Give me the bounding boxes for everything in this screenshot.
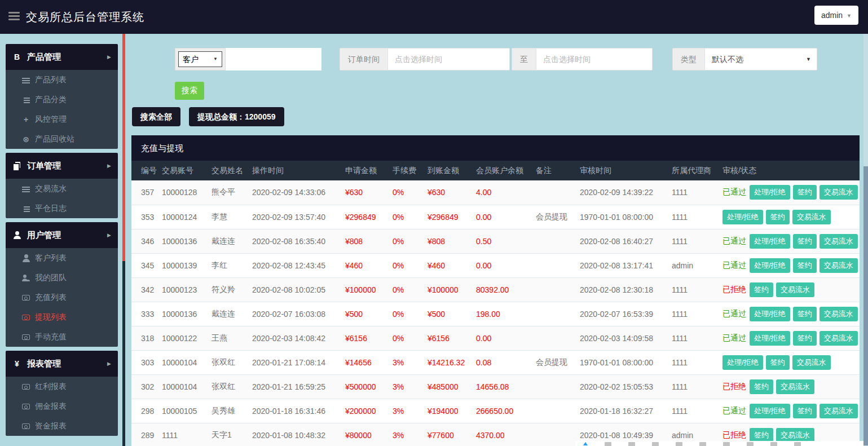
sidebar-scrollbar-thumb[interactable] xyxy=(122,34,125,261)
sidebar-item-commission-report[interactable]: 佣金报表 xyxy=(6,396,118,416)
sidebar-item-product-list[interactable]: 产品列表 xyxy=(6,70,118,90)
cell-account: 10000104 xyxy=(157,350,207,374)
action-handle-button[interactable]: 处理/拒绝 xyxy=(722,355,763,370)
type-select[interactable]: 默认不选 ▼ xyxy=(705,48,817,70)
action-flow-button[interactable]: 交易流水 xyxy=(819,258,858,273)
action-handle-button[interactable]: 处理/拒绝 xyxy=(750,234,790,249)
cell-balance: 0.50 xyxy=(472,229,531,253)
action-flow-button[interactable]: 交易流水 xyxy=(776,379,814,394)
cell-remark xyxy=(531,399,575,423)
cell-agent: 1111 xyxy=(667,180,718,205)
sidebar-section-header-order-management[interactable]: 订单管理▶ xyxy=(6,153,118,179)
action-flow-button[interactable]: 交易流水 xyxy=(819,185,858,200)
action-handle-button[interactable]: 处理/拒绝 xyxy=(722,210,763,224)
page-scrollbar-thumb[interactable] xyxy=(863,166,868,445)
user-menu-label: admin xyxy=(821,11,843,20)
action-handle-button[interactable]: 处理/拒绝 xyxy=(750,331,790,346)
action-handle-button[interactable]: 处理/拒绝 xyxy=(750,307,790,321)
cell-op-time: 2020-02-09 13:57:40 xyxy=(248,205,341,229)
action-handle-button[interactable]: 处理/拒绝 xyxy=(750,258,790,273)
cell-fee: 0% xyxy=(388,229,423,253)
cell-arrive-amount: ¥630 xyxy=(423,180,472,205)
table-row: 33310000136戴连连2020-02-07 16:03:08¥5000%¥… xyxy=(131,302,860,326)
cell-audit-time: 2020-02-08 13:17:41 xyxy=(575,253,667,277)
search-all-button[interactable]: 搜索全部 xyxy=(132,107,180,126)
sidebar-item-fund-report[interactable]: 资金报表 xyxy=(6,416,118,436)
cell-balance: 198.00 xyxy=(472,302,531,326)
search-button[interactable]: 搜索 xyxy=(175,82,204,100)
sidebar-item-close-log[interactable]: 平仓日志 xyxy=(6,198,118,218)
action-sign-button[interactable]: 签约 xyxy=(750,379,773,394)
sidebar-item-recharge-list[interactable]: 充值列表 xyxy=(6,288,118,307)
cell-arrive-amount: ¥14216.32 xyxy=(423,350,472,374)
field-select-value: 客户 xyxy=(183,52,199,67)
action-sign-button[interactable]: 签约 xyxy=(793,307,817,321)
date-from-input[interactable] xyxy=(388,48,509,70)
sidebar-item-withdraw-list[interactable]: 提现列表 xyxy=(6,307,118,327)
page-scrollbar-track[interactable] xyxy=(863,34,868,446)
cancel-circle-icon: ⊗ xyxy=(21,135,30,144)
action-flow-button[interactable]: 交易流水 xyxy=(776,428,814,443)
action-flow-button[interactable]: 交易流水 xyxy=(792,355,831,370)
cell-name: 吴秀雄 xyxy=(207,399,248,423)
column-header: 审核/状态 xyxy=(718,161,860,180)
cell-fee: 0% xyxy=(388,180,423,205)
action-sign-button[interactable]: 签约 xyxy=(793,185,817,200)
cell-audit-time: 2020-02-08 12:30:18 xyxy=(575,277,667,302)
action-sign-button[interactable]: 签约 xyxy=(750,428,773,443)
action-sign-button[interactable]: 签约 xyxy=(766,210,790,224)
cell-balance: 80392.00 xyxy=(472,277,531,302)
sidebar-section-header-report-management[interactable]: ¥报表管理▶ xyxy=(6,351,118,377)
cell-op-time: 2020-02-03 14:08:42 xyxy=(248,326,341,350)
action-sign-button[interactable]: 签约 xyxy=(793,331,817,346)
cell-status: 已拒绝签约交易流水 xyxy=(718,277,860,302)
cell-status: 已通过处理/拒绝签约交易流水 xyxy=(718,180,860,205)
action-handle-button[interactable]: 处理/拒绝 xyxy=(750,404,790,418)
sidebar-item-product-recycle[interactable]: ⊗产品回收站 xyxy=(6,129,118,149)
keyword-input[interactable] xyxy=(226,48,321,70)
cell-balance: 0.00 xyxy=(472,326,531,350)
cell-fee: 0% xyxy=(388,205,423,229)
action-flow-button[interactable]: 交易流水 xyxy=(819,331,858,346)
cell-id: 342 xyxy=(131,277,157,302)
top-header: 交易所总后台管理系统 admin▼ xyxy=(0,0,868,34)
date-to-input[interactable] xyxy=(536,48,652,70)
user-menu-button[interactable]: admin▼ xyxy=(814,6,858,25)
menu-icon[interactable] xyxy=(8,12,20,21)
action-sign-button[interactable]: 签约 xyxy=(766,355,790,370)
sidebar-section-header-user-management[interactable]: 用户管理▶ xyxy=(6,222,118,248)
action-sign-button[interactable]: 签约 xyxy=(793,258,817,273)
cell-arrive-amount: ¥808 xyxy=(423,229,472,253)
cell-op-time: 2020-01-21 17:08:14 xyxy=(248,350,341,374)
field-select[interactable]: 客户 ▼ xyxy=(178,51,222,67)
action-sign-button[interactable]: 签约 xyxy=(750,282,773,297)
sidebar-item-my-team[interactable]: 我的团队 xyxy=(6,268,118,288)
sidebar-item-manual-recharge[interactable]: 手动充值 xyxy=(6,327,118,347)
sidebar: B产品管理▶产品列表产品分类+风控管理⊗产品回收站订单管理▶交易流水平仓日志用户… xyxy=(6,44,118,440)
sidebar-item-customer-list[interactable]: 客户列表 xyxy=(6,248,118,268)
cell-balance: 0.08 xyxy=(472,350,531,374)
sidebar-item-bonus-report[interactable]: 红利报表 xyxy=(6,377,118,396)
to-label: 至 xyxy=(512,48,536,70)
action-flow-button[interactable]: 交易流水 xyxy=(819,234,858,249)
filter-bar: 客户 ▼ 订单时间 至 类型 默认不选 ▼ xyxy=(131,48,860,70)
sidebar-scrollbar-track[interactable] xyxy=(122,34,125,446)
cell-op-time: 2020-02-08 16:35:40 xyxy=(248,229,341,253)
status-text: 已拒绝 xyxy=(722,430,746,439)
action-sign-button[interactable]: 签约 xyxy=(793,234,817,249)
sidebar-item-product-category[interactable]: 产品分类 xyxy=(6,90,118,109)
sidebar-section-header-product-management[interactable]: B产品管理▶ xyxy=(6,44,118,70)
action-flow-button[interactable]: 交易流水 xyxy=(792,210,831,224)
sidebar-item-trade-flow[interactable]: 交易流水 xyxy=(6,179,118,198)
sidebar-item-risk-control[interactable]: +风控管理 xyxy=(6,109,118,129)
action-sign-button[interactable]: 签约 xyxy=(793,404,817,418)
sidebar-item-label: 产品回收站 xyxy=(35,134,74,144)
action-flow-button[interactable]: 交易流水 xyxy=(819,404,858,418)
cell-balance: 4.00 xyxy=(472,180,531,205)
action-flow-button[interactable]: 交易流水 xyxy=(776,282,814,297)
column-header: 到账金额 xyxy=(423,161,472,180)
action-flow-button[interactable]: 交易流水 xyxy=(819,307,858,321)
action-handle-button[interactable]: 处理/拒绝 xyxy=(750,185,790,200)
cell-fee: 0% xyxy=(388,253,423,277)
cell-agent: 1111 xyxy=(667,229,718,253)
